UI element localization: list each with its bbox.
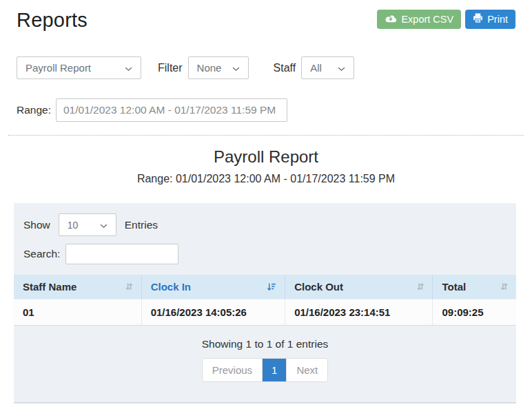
column-label: Clock In <box>151 281 191 293</box>
pagination-page-1-button[interactable]: 1 <box>262 359 286 381</box>
chevron-down-icon <box>100 220 108 231</box>
pagination: Previous 1 Next <box>14 358 516 382</box>
page-header: Reports Export CSV <box>0 0 532 32</box>
payroll-table: Staff Name⇵Clock InClock Out⇵Total⇵ 0101… <box>14 275 516 326</box>
chevron-down-icon <box>338 62 345 74</box>
cloud-download-icon <box>385 14 397 25</box>
report-type-select[interactable]: Payroll Report <box>17 56 141 79</box>
filter-label: Filter <box>158 62 183 74</box>
export-csv-label: Export CSV <box>401 14 453 25</box>
staff-label: Staff <box>274 62 296 74</box>
sort-both-icon: ⇵ <box>125 282 133 291</box>
filter-select-value: None <box>197 62 222 74</box>
sort-amount-down-icon <box>267 282 276 292</box>
page-title: Reports <box>17 9 88 32</box>
table-cell: 01/16/2023 14:05:26 <box>141 299 285 326</box>
column-header-total[interactable]: Total⇵ <box>433 275 516 299</box>
staff-select-value: All <box>310 62 322 74</box>
pagination-next-button[interactable]: Next <box>286 359 327 381</box>
table-cell: 09:09:25 <box>433 299 516 326</box>
header-buttons: Export CSV Print <box>377 9 515 29</box>
range-input[interactable] <box>56 98 287 122</box>
staff-select[interactable]: All <box>301 56 354 79</box>
range-label: Range: <box>17 104 51 116</box>
column-header-clock-in[interactable]: Clock In <box>141 275 285 299</box>
report-table-panel: Show 10 Entries Search: Staff Name⇵Clock… <box>14 203 516 403</box>
print-button[interactable]: Print <box>465 10 515 29</box>
entries-label: Entries <box>125 219 158 231</box>
column-label: Clock Out <box>294 281 343 293</box>
table-body: 0101/16/2023 14:05:2601/16/2023 23:14:51… <box>14 299 516 326</box>
search-row: Search: <box>14 244 516 264</box>
show-label: Show <box>23 219 50 231</box>
column-header-staff-name[interactable]: Staff Name⇵ <box>14 275 141 299</box>
print-label: Print <box>487 14 508 25</box>
filter-select[interactable]: None <box>188 56 249 79</box>
show-entries-row: Show 10 Entries <box>14 213 516 236</box>
reports-page: Reports Export CSV <box>0 0 532 411</box>
report-type-select-value: Payroll Report <box>25 62 91 74</box>
chevron-down-icon <box>125 62 132 74</box>
page-length-select-value: 10 <box>68 220 79 231</box>
filter-controls: Payroll Report Filter None Staff All <box>0 56 532 79</box>
report-heading: Payroll Report <box>0 147 532 167</box>
column-label: Total <box>442 281 466 293</box>
pagination-group: Previous 1 Next <box>202 358 329 382</box>
sort-both-icon: ⇵ <box>417 282 424 291</box>
printer-icon <box>473 13 483 25</box>
chevron-down-icon <box>232 62 240 74</box>
table-cell: 01/16/2023 23:14:51 <box>285 299 433 326</box>
column-label: Staff Name <box>23 281 76 293</box>
search-label: Search: <box>23 248 60 260</box>
export-csv-button[interactable]: Export CSV <box>377 10 461 29</box>
search-input[interactable] <box>65 244 178 264</box>
table-header-row: Staff Name⇵Clock InClock Out⇵Total⇵ <box>14 275 516 299</box>
page-length-select[interactable]: 10 <box>59 213 116 236</box>
table-summary: Showing 1 to 1 of 1 entries <box>14 338 516 350</box>
sort-both-icon: ⇵ <box>500 282 508 291</box>
pagination-previous-button[interactable]: Previous <box>203 359 262 381</box>
table-cell: 01 <box>14 299 141 326</box>
section-divider <box>8 135 524 136</box>
table-row: 0101/16/2023 14:05:2601/16/2023 23:14:51… <box>14 299 516 326</box>
column-header-clock-out[interactable]: Clock Out⇵ <box>285 275 433 299</box>
range-row: Range: <box>0 98 532 122</box>
report-range-subheading: Range: 01/01/2023 12:00 AM - 01/17/2023 … <box>0 173 532 185</box>
